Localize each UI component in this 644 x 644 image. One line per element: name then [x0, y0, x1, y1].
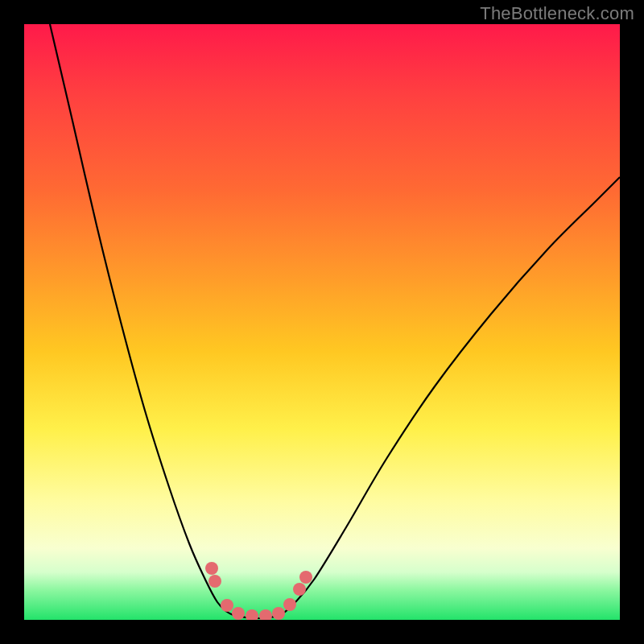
- curve-marker: [246, 609, 258, 620]
- plot-area: [24, 24, 620, 620]
- curve-svg: [24, 24, 620, 620]
- curve-marker: [232, 607, 245, 620]
- curve-marker: [299, 571, 312, 584]
- chart-frame: TheBottleneck.com: [0, 0, 644, 644]
- curve-marker: [221, 599, 233, 612]
- curve-marker: [259, 609, 272, 620]
- curve-marker: [283, 598, 296, 611]
- curve-marker: [208, 575, 221, 588]
- curve-marker: [205, 562, 218, 575]
- curve-marker: [293, 583, 306, 596]
- bottleneck-curve: [50, 24, 620, 618]
- watermark-text: TheBottleneck.com: [480, 3, 634, 24]
- curve-markers: [205, 562, 312, 620]
- curve-marker: [272, 607, 285, 620]
